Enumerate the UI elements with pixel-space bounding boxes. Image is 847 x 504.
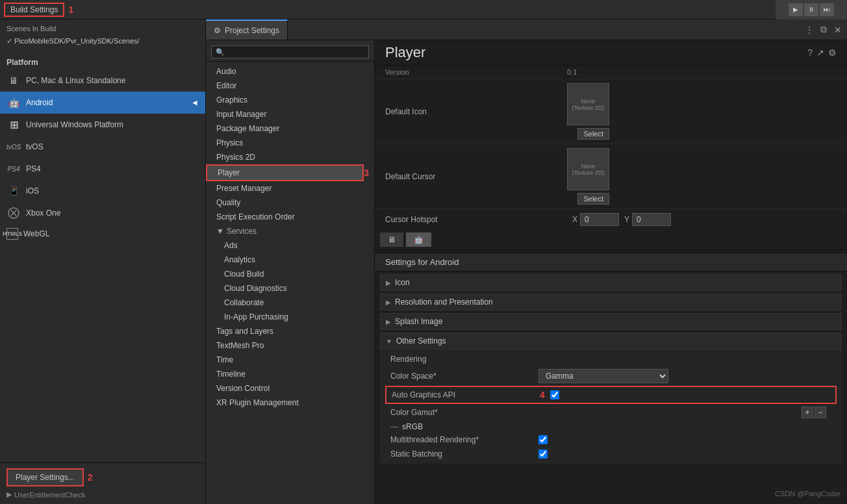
settings-item-preset-manager[interactable]: Preset Manager <box>206 181 374 195</box>
resolution-section-label: Resolution and Presentation <box>395 297 493 307</box>
build-settings-label: Build Settings <box>10 5 58 14</box>
tvos-icon: tvOS <box>6 140 21 154</box>
platform-item-android[interactable]: 🤖 Android ◄ <box>0 92 205 114</box>
cursor-hotspot-row: Cursor Hotspot X Y <box>375 209 847 230</box>
settings-item-cloud-diagnostics[interactable]: Cloud Diagnostics <box>206 281 374 296</box>
scene-item: ✓ PicoMobileSDK/Pvr_UnitySDK/Scenes/ <box>0 35 205 47</box>
pause-button[interactable]: ⏸ <box>804 3 818 16</box>
static-batching-row: Static Batching <box>385 447 837 461</box>
project-settings-tab[interactable]: ⚙ Project Settings <box>206 19 288 40</box>
ios-icon: 📱 <box>6 184 21 198</box>
search-input[interactable] <box>211 45 369 58</box>
remove-gamut-button[interactable]: − <box>815 407 826 418</box>
version-row: Version 0.1 <box>375 66 847 79</box>
platform-item-uwp[interactable]: ⊞ Universal Windows Platform <box>0 114 205 136</box>
left-panel: Scenes In Build ✓ PicoMobileSDK/Pvr_Unit… <box>0 19 206 504</box>
rendering-label-row: Rendering <box>385 352 837 366</box>
settings-item-version-control[interactable]: Version Control <box>206 381 374 396</box>
platform-tab-desktop[interactable]: 🖥 <box>380 233 403 247</box>
icon-section: ▶ Icon <box>380 274 842 291</box>
platform-item-xbox[interactable]: Xbox One <box>0 202 205 224</box>
platform-label-uwp: Universal Windows Platform <box>26 120 123 129</box>
platform-label-android: Android <box>26 98 53 107</box>
platform-label-ps4: PS4 <box>26 164 41 173</box>
scenes-header: Scenes In Build <box>0 19 205 35</box>
other-settings-arrow: ▼ <box>386 338 392 345</box>
settings-item-audio[interactable]: Audio <box>206 64 374 79</box>
other-settings-body: Rendering Color Space* Gamma Linear <box>380 349 842 464</box>
settings-item-input-manager[interactable]: Input Manager <box>206 107 374 121</box>
user-entitlement-row: ▶ UserEntitlementCheck <box>6 490 199 499</box>
watermark: CSDN @PangCoder <box>775 490 841 498</box>
playbar: ▶ ⏸ ⏭ <box>776 0 847 19</box>
player-title: Player <box>385 44 425 61</box>
splash-collapse-header[interactable]: ▶ Splash Image <box>380 313 842 330</box>
panel-detach-button[interactable]: ⧉ <box>817 23 830 36</box>
settings-item-ads[interactable]: Ads <box>206 238 374 253</box>
default-cursor-select-button[interactable]: Select <box>577 193 609 205</box>
multithreaded-checkbox[interactable] <box>538 435 548 444</box>
play-button[interactable]: ▶ <box>789 3 803 16</box>
settings-item-in-app-purchasing[interactable]: In-App Purchasing <box>206 310 374 324</box>
platform-item-pc[interactable]: 🖥 PC, Mac & Linux Standalone <box>0 69 205 92</box>
settings-for-android-header: Settings for Android <box>375 253 847 271</box>
auto-graphics-checkbox[interactable] <box>550 390 559 399</box>
platform-item-ps4[interactable]: PS4 PS4 <box>0 158 205 180</box>
step1-badge: 1 <box>68 5 73 15</box>
cursor-x-input[interactable] <box>580 213 619 226</box>
default-cursor-box: None(Texture 2D) <box>567 148 609 190</box>
settings-item-script-execution[interactable]: Script Execution Order <box>206 210 374 224</box>
platform-item-ios[interactable]: 📱 iOS <box>0 180 205 202</box>
settings-item-analytics[interactable]: Analytics <box>206 253 374 267</box>
settings-item-quality[interactable]: Quality <box>206 195 374 210</box>
player-settings-button[interactable]: Player Settings... <box>6 468 84 486</box>
coord-y: Y <box>624 213 671 226</box>
default-icon-select-button[interactable]: Select <box>577 128 609 140</box>
platform-item-webgl[interactable]: HTML5 WebGL <box>0 224 205 244</box>
settings-item-graphics[interactable]: Graphics <box>206 93 374 107</box>
icon-section-label: Icon <box>395 278 410 287</box>
settings-item-timeline[interactable]: Timeline <box>206 367 374 381</box>
splash-section: ▶ Splash Image <box>380 313 842 330</box>
coord-x: X <box>572 213 619 226</box>
settings-item-tags-layers[interactable]: Tags and Layers <box>206 324 374 338</box>
settings-item-editor[interactable]: Editor <box>206 79 374 93</box>
resolution-collapse-header[interactable]: ▶ Resolution and Presentation <box>380 294 842 310</box>
external-link-icon[interactable]: ↗ <box>816 47 824 58</box>
other-settings-collapse-header[interactable]: ▼ Other Settings <box>380 333 842 349</box>
gamut-item-srgb: — sRGB <box>385 421 837 433</box>
settings-item-xr-plugin[interactable]: XR Plugin Management <box>206 396 374 410</box>
help-icon[interactable]: ? <box>807 47 813 58</box>
ps4-icon: PS4 <box>6 162 21 176</box>
settings-item-package-manager[interactable]: Package Manager <box>206 121 374 136</box>
multithreaded-row: Multithreaded Rendering* <box>385 433 837 447</box>
panel-close-button[interactable]: ✕ <box>831 23 844 36</box>
platform-label-tvos: tvOS <box>26 142 44 151</box>
icon-collapse-header[interactable]: ▶ Icon <box>380 274 842 291</box>
step3-badge: 3 <box>364 168 369 178</box>
settings-item-physics[interactable]: Physics <box>206 136 374 150</box>
static-batching-checkbox[interactable] <box>538 449 548 459</box>
settings-content: Audio Editor Graphics Input Manager Pack… <box>206 40 847 504</box>
splash-section-label: Splash Image <box>395 317 442 326</box>
panel-menu-button[interactable]: ⋮ <box>803 23 816 36</box>
settings-gear-icon[interactable]: ⚙ <box>828 47 837 58</box>
settings-item-time[interactable]: Time <box>206 353 374 367</box>
platform-item-tvos[interactable]: tvOS tvOS <box>0 136 205 158</box>
platform-tab-android[interactable]: 🤖 <box>406 233 431 247</box>
color-space-select[interactable]: Gamma Linear <box>538 369 668 383</box>
auto-graphics-row: Auto Graphics API 4 <box>385 386 837 404</box>
settings-main: Player ? ↗ ⚙ Version 0.1 Default Icon <box>375 40 847 504</box>
cursor-y-input[interactable] <box>632 213 671 226</box>
platform-label-webgl: WebGL <box>23 229 49 238</box>
settings-sidebar: Audio Editor Graphics Input Manager Pack… <box>206 40 375 504</box>
settings-item-physics2d[interactable]: Physics 2D <box>206 150 374 164</box>
add-gamut-button[interactable]: + <box>802 407 813 418</box>
settings-item-collaborate[interactable]: Collaborate <box>206 296 374 310</box>
settings-item-textmesh[interactable]: TextMesh Pro <box>206 338 374 353</box>
other-settings-label: Other Settings <box>396 336 446 346</box>
settings-item-cloud-build[interactable]: Cloud Build <box>206 267 374 281</box>
default-cursor-preview: None(Texture 2D) Select <box>567 148 609 205</box>
step-button[interactable]: ⏭ <box>820 3 834 16</box>
settings-item-player[interactable]: Player <box>206 164 364 181</box>
